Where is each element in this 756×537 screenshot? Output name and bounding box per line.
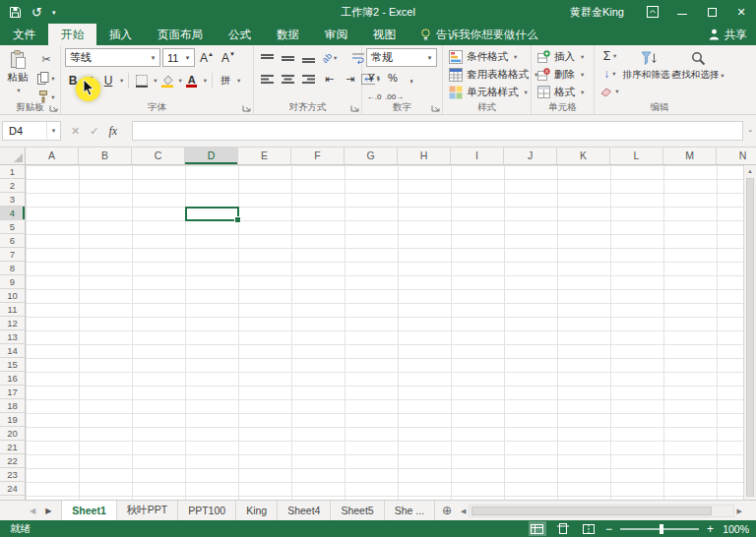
zoom-level[interactable]: 100% <box>722 523 749 535</box>
column-header-L[interactable]: L <box>610 148 663 164</box>
align-left-icon[interactable] <box>258 72 277 87</box>
column-header-M[interactable]: M <box>663 148 717 164</box>
scroll-right-icon[interactable]: ▶ <box>737 507 742 515</box>
ribbon-tab-4[interactable]: 数据 <box>264 24 312 45</box>
column-header-C[interactable]: C <box>132 148 185 164</box>
ribbon-tab-file[interactable]: 文件 <box>0 24 48 45</box>
row-header-6[interactable]: 6 <box>0 234 25 248</box>
row-header-8[interactable]: 8 <box>0 262 25 275</box>
close-button[interactable]: ✕ <box>726 0 756 24</box>
horizontal-scrollbar[interactable]: ◀ ▶ <box>461 504 742 518</box>
column-header-F[interactable]: F <box>291 148 345 164</box>
row-header-22[interactable]: 22 <box>0 454 25 468</box>
alignment-dialog-launcher-icon[interactable] <box>350 103 359 112</box>
borders-icon[interactable] <box>134 72 150 90</box>
name-box-dropdown-icon[interactable]: ▾ <box>46 122 60 140</box>
ribbon-tab-5[interactable]: 审阅 <box>312 24 360 45</box>
new-sheet-icon[interactable]: ⊕ <box>435 501 459 520</box>
ribbon-tab-2[interactable]: 页面布局 <box>145 24 216 45</box>
sheet-tab-5[interactable]: Sheet5 <box>331 501 384 520</box>
clipboard-dialog-launcher-icon[interactable] <box>49 103 58 112</box>
row-header-11[interactable]: 11 <box>0 303 25 317</box>
paste-button[interactable]: 粘贴 ▾ <box>4 48 32 104</box>
name-box[interactable]: D4 ▾ <box>2 121 61 141</box>
decrease-indent-icon[interactable]: ⇤ <box>320 72 339 87</box>
cut-icon[interactable]: ✂ <box>34 52 58 67</box>
sheet-scroll-right-icon[interactable]: ▶ <box>45 507 51 515</box>
insert-function-icon[interactable]: fx <box>108 124 117 139</box>
column-header-G[interactable]: G <box>345 148 398 164</box>
format-cells-button[interactable]: 格式▾ <box>536 84 592 100</box>
row-header-12[interactable]: 12 <box>0 317 25 330</box>
font-color-icon[interactable]: A <box>184 72 200 90</box>
align-center-icon[interactable] <box>279 72 297 87</box>
ribbon-tab-1[interactable]: 插入 <box>96 24 145 45</box>
column-header-J[interactable]: J <box>504 148 557 164</box>
orientation-icon[interactable]: ab▾ <box>320 51 339 66</box>
zoom-slider[interactable] <box>620 528 699 530</box>
font-name-combo[interactable]: 等线 ▾ <box>65 48 160 67</box>
phonetic-dropdown-icon[interactable]: ▾ <box>237 77 240 85</box>
clear-icon[interactable]: ▾ <box>598 84 621 99</box>
minimize-button[interactable] <box>667 0 697 24</box>
customize-quick-access-icon[interactable]: ▾ <box>52 9 56 16</box>
zoom-in-icon[interactable]: + <box>707 523 714 535</box>
delete-cells-button[interactable]: 删除▾ <box>536 66 592 83</box>
scroll-up-icon[interactable]: ▲ <box>744 165 756 177</box>
save-icon[interactable] <box>9 6 22 19</box>
percent-style-icon[interactable]: % <box>385 70 401 86</box>
maximize-button[interactable] <box>697 0 726 24</box>
decrease-font-size-icon[interactable]: A▼ <box>219 50 238 66</box>
expand-formula-bar-icon[interactable]: ⌄ <box>747 126 753 134</box>
row-header-5[interactable]: 5 <box>0 220 25 234</box>
column-header-I[interactable]: I <box>451 148 504 164</box>
row-header-7[interactable]: 7 <box>0 248 25 262</box>
ribbon-tab-3[interactable]: 公式 <box>216 24 264 45</box>
enter-icon[interactable]: ✓ <box>90 125 98 138</box>
column-header-A[interactable]: A <box>26 148 79 164</box>
ribbon-tab-6[interactable]: 视图 <box>360 24 409 45</box>
row-header-23[interactable]: 23 <box>0 468 25 482</box>
row-header-10[interactable]: 10 <box>0 289 25 303</box>
row-header-19[interactable]: 19 <box>0 413 25 427</box>
column-header-B[interactable]: B <box>79 148 132 164</box>
page-break-view-icon[interactable] <box>580 521 598 536</box>
sheet-tab-0[interactable]: Sheet1 <box>61 501 116 520</box>
copy-icon[interactable]: ▾ <box>34 71 58 86</box>
column-header-N[interactable]: N <box>717 148 756 164</box>
sheet-tab-4[interactable]: Sheet4 <box>278 501 331 520</box>
normal-view-icon[interactable] <box>529 521 546 536</box>
grid[interactable] <box>26 165 756 500</box>
tell-me-box[interactable]: 告诉我你想要做什么 <box>420 24 538 45</box>
fill-color-dropdown-icon[interactable]: ▾ <box>179 77 182 85</box>
undo-icon[interactable]: ↺ <box>32 6 42 19</box>
phonetic-guide-icon[interactable]: 拼 <box>218 72 233 90</box>
row-header-3[interactable]: 3 <box>0 193 25 207</box>
sheet-scroll-left-icon[interactable]: ◀ <box>30 507 35 515</box>
sheet-tab-1[interactable]: 秋叶PPT <box>117 501 178 520</box>
sort-filter-button[interactable]: 排序和筛选▾ <box>624 48 673 99</box>
align-bottom-icon[interactable] <box>299 51 318 66</box>
sheet-tab-3[interactable]: King <box>236 501 278 520</box>
row-header-18[interactable]: 18 <box>0 399 25 413</box>
row-header-13[interactable]: 13 <box>0 330 25 344</box>
fill-color-icon[interactable] <box>159 72 175 90</box>
fill-icon[interactable]: ↓▾ <box>598 66 621 82</box>
row-header-4[interactable]: 4 <box>0 207 25 220</box>
autosum-icon[interactable]: Σ▾ <box>598 48 621 64</box>
number-format-combo[interactable]: 常规 ▾ <box>366 48 437 67</box>
column-header-K[interactable]: K <box>557 148 610 164</box>
select-all-corner[interactable] <box>0 148 26 165</box>
align-right-icon[interactable] <box>299 72 318 87</box>
row-header-15[interactable]: 15 <box>0 358 25 372</box>
accounting-format-icon[interactable]: ¥▾ <box>366 70 382 86</box>
vertical-scrollbar[interactable]: ▲ <box>743 165 756 500</box>
column-header-E[interactable]: E <box>238 148 291 164</box>
number-dialog-launcher-icon[interactable] <box>431 103 440 112</box>
column-header-D[interactable]: D <box>185 148 238 164</box>
font-color-dropdown-icon[interactable]: ▾ <box>204 77 207 85</box>
vertical-scroll-thumb[interactable] <box>746 178 754 497</box>
comma-style-icon[interactable]: , <box>404 70 419 86</box>
cancel-icon[interactable]: ✕ <box>71 125 80 138</box>
align-middle-icon[interactable] <box>279 51 297 66</box>
